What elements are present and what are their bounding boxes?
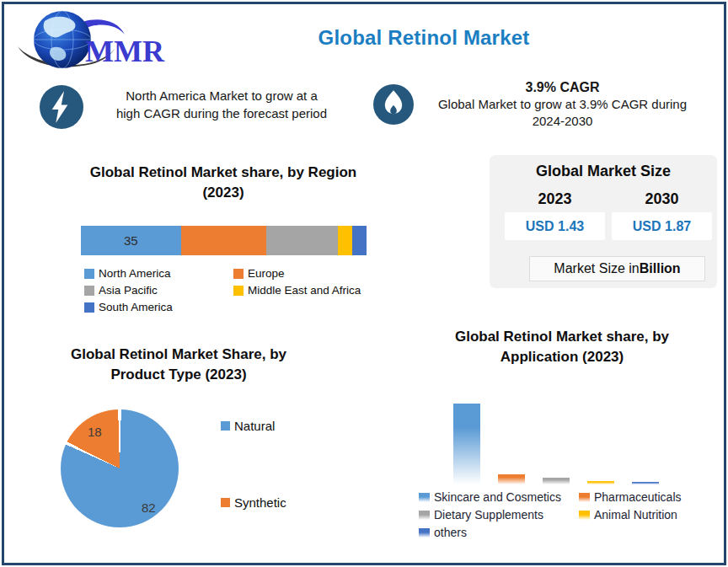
year-2030: 2030: [612, 190, 712, 208]
legend-swatch: [84, 302, 94, 313]
legend-item-europe: Europe: [233, 267, 375, 280]
legend-item-others: others: [419, 526, 579, 539]
market-size-title: Global Market Size: [490, 163, 717, 180]
highlight-line: North America Market to grow at a: [95, 87, 348, 104]
legend-swatch: [84, 286, 94, 296]
legend-swatch: [221, 421, 230, 431]
legend-item-asia-pacific: Asia Pacific: [84, 284, 233, 297]
application-legend: Skincare and CosmeticsPharmaceuticalsDie…: [419, 490, 722, 539]
footnote-prefix: Market Size in: [554, 261, 639, 276]
legend-swatch: [579, 511, 590, 520]
bar-dietary-supplements: [543, 478, 570, 484]
highlight-cagr: 3.9% CAGR Global Market to grow at 3.9% …: [421, 79, 704, 130]
pie-label-natural: 82: [142, 500, 156, 515]
legend-label: Animal Nutrition: [594, 508, 677, 522]
infographic-frame: MMR Global Retinol Market North America …: [2, 2, 726, 565]
bar-segment-europe: [181, 226, 267, 255]
legend-item-natural: Natural: [221, 419, 286, 433]
legend-label: Middle East and Africa: [248, 284, 361, 297]
legend-item-south-america: South America: [84, 301, 233, 313]
legend-label: others: [434, 526, 467, 539]
bar-segment-north-america: 35: [81, 226, 181, 255]
bar-pharmaceuticals: [498, 474, 525, 484]
legend-item-synthetic: Synthetic: [221, 495, 286, 510]
highlight-line: high CAGR during the forecast period: [95, 104, 348, 122]
legend-item-north-america: North America: [84, 267, 233, 280]
application-bar-chart: [453, 404, 668, 484]
year-2023: 2023: [505, 190, 605, 208]
bar-others: [632, 482, 659, 484]
chart-title-line: Global Retinol Market share, by Region: [59, 163, 388, 183]
chart-title-line: Application (2023): [398, 347, 726, 367]
footnote-bold: Billion: [640, 261, 681, 276]
legend-item-animal-nutrition: Animal Nutrition: [579, 508, 722, 522]
region-legend: North AmericaEuropeAsia PacificMiddle Ea…: [84, 267, 375, 313]
value-2023: USD 1.43: [505, 212, 605, 240]
legend-label: Pharmaceuticals: [594, 490, 682, 504]
legend-swatch: [233, 269, 244, 279]
bar-animal-nutrition: [587, 481, 614, 484]
flame-icon: [373, 84, 414, 125]
cagr-headline: 3.9% CAGR: [421, 79, 704, 96]
lightning-bolt-icon: [40, 85, 83, 129]
legend-label: Europe: [248, 267, 285, 280]
bar-segment-south-america: [352, 226, 367, 255]
product-type-legend: NaturalSynthetic: [221, 419, 286, 510]
chart-title-line: Global Retinol Market share, by: [398, 327, 726, 347]
legend-swatch: [419, 493, 430, 502]
globe-icon: MMR: [14, 8, 174, 75]
highlight-line: 2024-2030: [421, 113, 704, 130]
market-size-footnote: Market Size in Billion: [529, 256, 705, 281]
chart-title-line: Global Retinol Market Share, by: [14, 345, 343, 365]
legend-swatch: [419, 528, 430, 538]
legend-label: Asia Pacific: [99, 284, 158, 297]
bar-skincare-and-cosmetics: [453, 404, 480, 484]
legend-item-pharmaceuticals: Pharmaceuticals: [579, 490, 722, 504]
legend-label: Synthetic: [234, 495, 286, 510]
value-2030: USD 1.87: [612, 212, 712, 240]
legend-label: North America: [99, 267, 171, 280]
market-size-card: Global Market Size 2023 2030 USD 1.43 US…: [490, 155, 717, 288]
product-type-pie: [61, 409, 179, 527]
bar-segment-asia-pacific: [266, 226, 338, 255]
highlight-north-america: North America Market to grow at a high C…: [95, 87, 348, 122]
legend-label: Dietary Supplements: [434, 508, 543, 522]
legend-item-dietary-supplements: Dietary Supplements: [419, 508, 579, 522]
region-stacked-bar: 35: [81, 226, 367, 255]
legend-item-skincare-and-cosmetics: Skincare and Cosmetics: [419, 490, 579, 504]
legend-swatch: [579, 493, 590, 502]
highlight-line: Global Market to grow at 3.9% CAGR durin…: [421, 96, 704, 113]
legend-label: South America: [99, 301, 173, 313]
region-chart-title: Global Retinol Market share, by Region (…: [59, 163, 388, 203]
application-chart-title: Global Retinol Market share, by Applicat…: [398, 327, 726, 367]
legend-swatch: [233, 286, 244, 296]
bar-segment-middle-east-and-africa: [338, 226, 352, 255]
legend-swatch: [419, 511, 430, 520]
chart-title-line: Product Type (2023): [14, 365, 343, 385]
logo-text: MMR: [85, 35, 165, 68]
product-type-chart-title: Global Retinol Market Share, by Product …: [14, 345, 343, 385]
page-title: Global Retinol Market: [247, 26, 601, 50]
pie-label-synthetic: 18: [88, 425, 102, 439]
legend-swatch: [84, 269, 94, 279]
mmr-logo: MMR: [14, 8, 174, 75]
legend-label: Natural: [234, 419, 275, 433]
chart-title-line: (2023): [59, 183, 388, 203]
legend-swatch: [221, 498, 230, 507]
legend-label: Skincare and Cosmetics: [434, 490, 561, 504]
legend-item-middle-east-and-africa: Middle East and Africa: [233, 284, 375, 297]
